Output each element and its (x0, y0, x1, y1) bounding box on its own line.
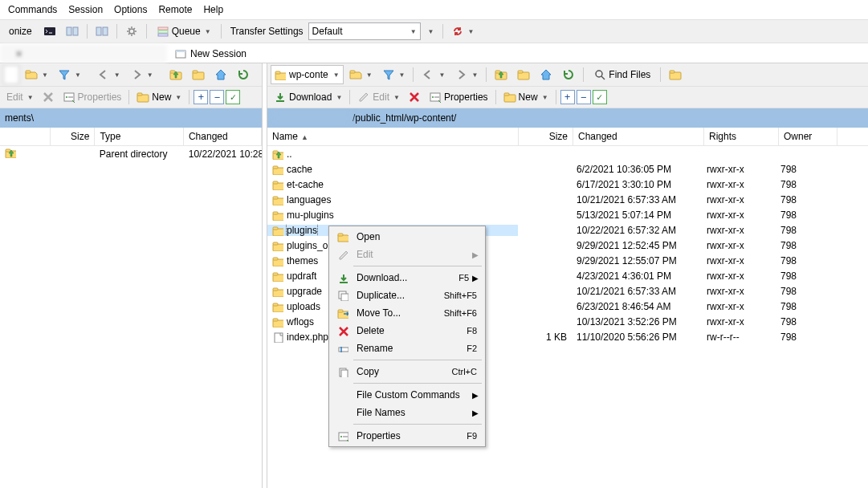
close-icon[interactable]: ✕ (15, 49, 22, 59)
local-properties-button[interactable]: Properties (59, 88, 125, 106)
local-root-button[interactable] (188, 65, 209, 84)
transfer-settings-gear[interactable]: ▼ (422, 22, 438, 41)
local-drive-select[interactable] (3, 65, 19, 84)
terminal-button[interactable] (39, 22, 60, 41)
remote-parent-button[interactable] (491, 65, 511, 84)
menu-help[interactable]: Help (198, 2, 228, 17)
remote-new-button[interactable]: New▼ (500, 88, 552, 106)
file-name: index.php (287, 331, 328, 343)
local-parent-button[interactable] (165, 65, 186, 84)
folder-icon (272, 179, 283, 190)
local-check-button[interactable]: ✓ (226, 90, 240, 104)
remote-delete-button[interactable] (405, 88, 424, 106)
local-home-button[interactable] (210, 65, 231, 84)
local-forward-button[interactable]: ▼ (126, 65, 157, 84)
remote-home-button[interactable] (536, 65, 556, 84)
list-row[interactable]: mu-plugins5/13/2021 5:07:14 PMrwxr-xr-x7… (267, 207, 868, 222)
remote-col-size[interactable]: Size (519, 128, 573, 145)
remote-bookmark-button[interactable] (665, 65, 686, 84)
menu-remote[interactable]: Remote (153, 2, 197, 17)
list-row[interactable]: .. (267, 146, 868, 161)
remote-download-button[interactable]: Download▼ (271, 88, 345, 106)
list-row[interactable]: et-cache6/17/2021 3:30:10 PMrwxr-xr-x798 (267, 177, 868, 192)
remote-col-changed[interactable]: Changed (573, 128, 704, 145)
sort-asc-icon: ▲ (301, 133, 308, 141)
local-delete-button[interactable] (39, 88, 58, 106)
context-menu-duplicate-[interactable]: Duplicate...Shift+F5 (331, 287, 483, 304)
synchronize-button[interactable]: onize (3, 22, 38, 41)
local-minus-button[interactable]: − (210, 90, 224, 104)
context-menu-file-custom-commands[interactable]: File Custom Commands▶ (331, 386, 483, 404)
up-icon (272, 148, 283, 160)
local-refresh-button[interactable] (233, 65, 254, 84)
context-menu-copy[interactable]: CopyCtrl+C (331, 363, 483, 380)
context-menu-move-to-[interactable]: Move To...Shift+F6 (331, 304, 483, 322)
local-list[interactable]: Parent directory10/22/2021 10:28 (0, 146, 262, 488)
context-menu-file-names[interactable]: File Names▶ (331, 404, 483, 421)
remote-forward-button[interactable]: ▼ (450, 65, 482, 84)
context-menu-download-[interactable]: Download...F5▶ (331, 269, 483, 287)
local-col-name[interactable] (0, 128, 51, 145)
chevron-down-icon: ▼ (147, 71, 153, 79)
session-tab-active[interactable]: ✕ (0, 44, 167, 63)
remote-minus-button[interactable]: − (577, 90, 591, 104)
sync-browse-button[interactable] (92, 22, 112, 41)
remote-col-owner[interactable]: Owner (779, 128, 837, 145)
remote-path-host-blurred (272, 112, 352, 124)
remote-drive-label: wp-conte (289, 69, 328, 80)
local-back-button[interactable]: ▼ (93, 65, 124, 84)
folder-icon (272, 270, 283, 282)
remote-properties-button[interactable]: Properties (426, 88, 491, 106)
new-session-tab[interactable]: New Session (167, 44, 254, 63)
local-new-button[interactable]: New▼ (133, 88, 185, 106)
remote-col-name[interactable]: Name▲ (267, 128, 519, 145)
local-col-size[interactable]: Size (51, 128, 95, 145)
folder-icon (503, 91, 516, 104)
list-row[interactable]: cache6/2/2021 10:36:05 PMrwxr-xr-x798 (267, 161, 868, 177)
local-edit-button[interactable]: Edit▼ (3, 88, 37, 106)
chevron-down-icon: ▼ (366, 71, 373, 79)
remote-col-rights[interactable]: Rights (704, 128, 779, 145)
remote-open-folder-button[interactable]: ▼ (345, 65, 377, 84)
local-plus-button[interactable]: + (194, 90, 208, 104)
transfer-settings-select[interactable]: Default ▼ (308, 22, 421, 40)
list-row[interactable]: languages10/21/2021 6:57:33 AMrwxr-xr-x7… (267, 192, 868, 207)
local-open-folder-button[interactable]: ▼ (21, 65, 52, 84)
remote-path[interactable]: /public_html/wp-content/ (267, 108, 868, 128)
remote-filter-button[interactable]: ▼ (378, 65, 410, 84)
menu-session[interactable]: Session (63, 2, 108, 17)
context-menu-properties[interactable]: PropertiesF9 (331, 427, 483, 445)
file-name: plugins (287, 225, 317, 236)
pane-splitter[interactable] (262, 63, 267, 488)
remote-find-files-button[interactable]: Find Files (588, 65, 656, 84)
delete-icon (337, 325, 348, 336)
chevron-right-icon: ▶ (472, 391, 480, 400)
list-row[interactable]: Parent directory10/22/2021 10:28 (0, 146, 262, 161)
folder-up-icon (5, 147, 16, 158)
local-actionbar: Edit▼ Properties New▼ + − ✓ (0, 87, 262, 108)
menu-options[interactable]: Options (109, 2, 152, 17)
local-col-changed[interactable]: Changed (184, 128, 262, 145)
context-menu-open[interactable]: Open (331, 228, 483, 246)
remote-drive-select[interactable]: wp-conte ▼ (271, 65, 344, 84)
remote-check-button[interactable]: ✓ (593, 90, 607, 104)
queue-button[interactable]: Queue ▼ (151, 22, 217, 41)
compare-button[interactable] (62, 22, 83, 41)
local-path[interactable]: ments\ (0, 108, 262, 128)
remote-edit-button[interactable]: Edit▼ (354, 88, 403, 106)
remote-plus-button[interactable]: + (560, 90, 575, 104)
remote-root-button[interactable] (513, 65, 534, 84)
transfer-settings-label: Transfer Settings (230, 26, 304, 37)
chevron-down-icon: ▼ (336, 94, 342, 101)
context-menu-rename[interactable]: RenameF2 (331, 340, 483, 357)
folder-icon (272, 209, 283, 221)
menu-commands[interactable]: Commands (3, 2, 62, 17)
remote-refresh-button[interactable] (558, 65, 579, 84)
sync-button[interactable]: ▼ (447, 22, 479, 41)
queue-icon (157, 25, 169, 38)
local-col-type[interactable]: Type (95, 128, 184, 145)
gear-button[interactable] (121, 22, 142, 41)
remote-back-button[interactable]: ▼ (418, 65, 449, 84)
context-menu-delete[interactable]: DeleteF8 (331, 322, 483, 340)
local-filter-button[interactable]: ▼ (54, 65, 85, 84)
